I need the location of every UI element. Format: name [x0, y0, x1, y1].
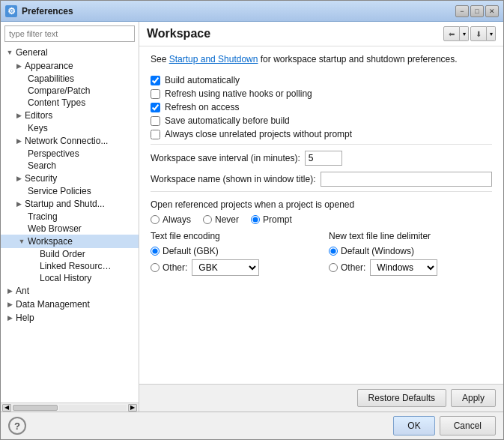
expand-icon-ant: ▶	[4, 285, 16, 297]
window-title: Preferences	[22, 6, 455, 16]
save-auto-label: Save automatically before build	[165, 115, 290, 126]
expand-icon-general: ▼	[4, 46, 16, 58]
expand-icon-editors: ▶	[13, 109, 25, 121]
description-pre: See	[151, 54, 169, 64]
workspace-name-row: Workspace name (shown in window title):	[151, 172, 492, 187]
radio-never: Never	[203, 214, 239, 225]
tree-item-appearance[interactable]: ▶ Appearance	[1, 59, 139, 73]
window-footer: ? OK Cancel	[1, 412, 503, 439]
startup-shutdown-link[interactable]: Startup and Shutdown	[169, 54, 258, 64]
never-radio[interactable]	[203, 215, 212, 224]
minimize-button[interactable]: −	[455, 5, 469, 17]
left-panel: ▼ General ▶ Appearance Capabilities Comp…	[1, 22, 139, 412]
refresh-access-label: Refresh on access	[165, 102, 239, 112]
save-interval-input[interactable]	[305, 151, 342, 166]
close-unrelated-label: Always close unrelated projects without …	[165, 129, 352, 139]
description-post: for workspace startup and shutdown prefe…	[258, 54, 457, 64]
tree-item-web-browser[interactable]: Web Browser	[1, 223, 139, 235]
open-referenced-label: Open referenced projects when a project …	[151, 199, 492, 210]
close-unrelated-checkbox[interactable]	[151, 130, 160, 139]
refresh-native-label: Refresh using native hooks or polling	[165, 88, 312, 99]
tree-container: ▼ General ▶ Appearance Capabilities Comp…	[1, 46, 139, 403]
tree-item-search[interactable]: Search	[1, 160, 139, 172]
text-encoding-title: Text file encoding	[151, 231, 314, 241]
tree-item-general[interactable]: ▼ General	[1, 46, 139, 59]
description: See Startup and Shutdown for workspace s…	[151, 54, 492, 64]
save-interval-row: Workspace save interval (in minutes):	[151, 151, 492, 166]
tree-item-network[interactable]: ▶ Network Connectio...	[1, 134, 139, 148]
footer-right-buttons: OK Cancel	[393, 416, 496, 436]
cancel-button[interactable]: Cancel	[440, 416, 496, 436]
right-content: See Startup and Shutdown for workspace s…	[139, 46, 503, 384]
back-dropdown-button[interactable]: ▾	[460, 26, 469, 41]
expand-icon-security: ▶	[13, 172, 25, 184]
line-delimiter-block: New text file line delimiter Default (Wi…	[329, 231, 492, 276]
scroll-thumb[interactable]	[13, 405, 58, 411]
radio-prompt: Prompt	[251, 214, 292, 225]
page-title: Workspace	[147, 27, 443, 40]
default-gbk-label: Default (GBK)	[163, 246, 219, 256]
tree-item-keys[interactable]: Keys	[1, 122, 139, 134]
checkbox-row-refresh-native: Refresh using native hooks or polling	[151, 88, 492, 99]
expand-icon-appearance: ▶	[13, 60, 25, 72]
forward-button[interactable]: ⬇	[470, 26, 487, 41]
default-windows-radio[interactable]	[329, 247, 338, 256]
refresh-native-checkbox[interactable]	[151, 89, 160, 99]
default-gbk-radio[interactable]	[151, 247, 160, 256]
tree-item-capabilities[interactable]: Capabilities	[1, 73, 139, 85]
save-auto-checkbox[interactable]	[151, 116, 160, 126]
horizontal-scrollbar[interactable]: ◀ ▶	[1, 403, 139, 412]
maximize-button[interactable]: □	[470, 5, 484, 17]
line-delimiter-title: New text file line delimiter	[329, 231, 492, 241]
tree-item-help[interactable]: ▶ Help	[1, 311, 139, 325]
help-button[interactable]: ?	[8, 417, 26, 435]
always-label: Always	[163, 214, 191, 225]
other-enc-radio[interactable]	[151, 263, 160, 272]
tree-item-editors[interactable]: ▶ Editors	[1, 109, 139, 122]
always-radio[interactable]	[151, 215, 160, 224]
expand-icon-data-management: ▶	[4, 298, 16, 310]
forward-dropdown-button[interactable]: ▾	[487, 26, 496, 41]
other-enc-label: Other:	[163, 262, 187, 273]
tree-item-perspectives[interactable]: Perspectives	[1, 148, 139, 160]
tree-item-ant[interactable]: ▶ Ant	[1, 284, 139, 298]
tree-item-workspace[interactable]: ▼ Workspace	[1, 235, 139, 248]
tree-item-content-types[interactable]: Content Types	[1, 97, 139, 109]
workspace-name-label: Workspace name (shown in window title):	[151, 174, 316, 184]
tree-item-data-management[interactable]: ▶ Data Management	[1, 298, 139, 311]
tree-item-service-policies[interactable]: Service Policies	[1, 185, 139, 197]
filter-input[interactable]	[4, 25, 135, 42]
refresh-access-checkbox[interactable]	[151, 103, 160, 112]
open-referenced-section: Open referenced projects when a project …	[151, 199, 492, 225]
apply-button[interactable]: Apply	[451, 389, 496, 407]
expand-icon-help: ▶	[4, 312, 16, 324]
window-controls: − □ ✕	[455, 5, 499, 17]
build-auto-label: Build automatically	[165, 75, 240, 85]
tree-item-compare-patch[interactable]: Compare/Patch	[1, 85, 139, 97]
expand-icon-startup: ▶	[13, 198, 25, 210]
back-button[interactable]: ⬅	[443, 26, 460, 41]
close-button[interactable]: ✕	[485, 5, 499, 17]
tree-item-build-order[interactable]: Build Order	[1, 248, 139, 260]
build-auto-checkbox[interactable]	[151, 76, 160, 85]
restore-defaults-button[interactable]: Restore Defaults	[357, 389, 446, 407]
other-encoding-row: Other: GBK UTF-8 ISO-8859-1	[151, 259, 314, 276]
checkbox-row-save-auto: Save automatically before build	[151, 115, 492, 126]
prompt-radio[interactable]	[251, 215, 260, 224]
tree-item-local-history[interactable]: Local History	[1, 272, 139, 284]
ok-button[interactable]: OK	[393, 416, 434, 436]
workspace-name-input[interactable]	[321, 172, 492, 187]
other-delimiter-row: Other: Windows Unix Mac	[329, 259, 492, 276]
encoding-dropdown[interactable]: GBK UTF-8 ISO-8859-1	[192, 259, 259, 276]
nav-buttons: ⬅ ▾ ⬇ ▾	[443, 26, 496, 41]
other-delim-radio[interactable]	[329, 263, 338, 272]
preferences-window: ⚙ Preferences − □ ✕ ▼ General ▶ Appearan…	[0, 0, 504, 440]
delimiter-dropdown[interactable]: Windows Unix Mac	[370, 259, 437, 276]
checkbox-row-close-unrelated: Always close unrelated projects without …	[151, 129, 492, 139]
text-encoding-block: Text file encoding Default (GBK) Other:	[151, 231, 314, 276]
tree-item-linked-resources[interactable]: Linked Resource...	[1, 260, 139, 272]
tree-item-tracing[interactable]: Tracing	[1, 211, 139, 223]
tree-item-security[interactable]: ▶ Security	[1, 172, 139, 185]
divider-1	[151, 144, 492, 145]
tree-item-startup[interactable]: ▶ Startup and Shutd...	[1, 197, 139, 211]
